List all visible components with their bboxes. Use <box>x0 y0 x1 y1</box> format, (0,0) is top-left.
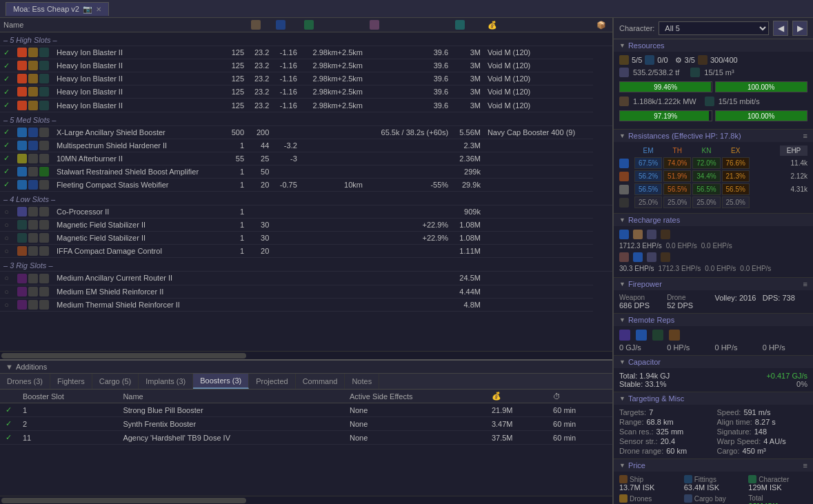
tgt-warp: Warp Speed: 4 AU/s <box>717 437 808 445</box>
table-row[interactable]: ○ Medium EM Shield Reinforcer II 4.44M <box>0 285 612 298</box>
additions-col-price: 💰 <box>486 390 548 403</box>
row-col2: 23.2 <box>248 85 272 99</box>
capacitor-body: Total: 1.94k GJ Stable: 33.1% +0.417 GJ/… <box>614 368 813 392</box>
row-col5 <box>366 272 452 285</box>
row-name: Medium EM Shield Reinforcer II <box>53 285 225 298</box>
additions-row[interactable]: ✓ 1 Strong Blue Pill Booster None 21.9M … <box>0 403 612 417</box>
row-price: 3M <box>452 85 484 99</box>
remote-reps-title[interactable]: ▼ Remote Reps <box>614 314 813 326</box>
remote-reps-section: ▼ Remote Reps 0 GJ/s 0 HP/s 0 HP/s 0 HP <box>614 314 813 356</box>
row-ammo: Void M (120) <box>484 59 593 72</box>
col-price-header: 💰 <box>484 18 593 32</box>
section-header: – 4 Low Slots – <box>0 192 612 205</box>
row-col3 <box>272 285 300 298</box>
capacitor-title[interactable]: ▼ Capacitor <box>614 356 813 368</box>
additions-slot: 2 <box>17 417 117 431</box>
char-prev-btn[interactable]: ◀ <box>773 21 788 36</box>
row-col3: -1.16 <box>272 72 300 85</box>
price-grid: Ship 13.7M ISK Fittings 63.4M ISK <box>619 475 807 504</box>
uni-ex: 25.0% <box>722 196 750 208</box>
table-row[interactable]: ✓ Heavy Ion Blaster II 125 23.2 -1.16 2.… <box>0 85 612 99</box>
row-col5 <box>366 298 452 311</box>
char-next-btn[interactable]: ▶ <box>792 21 807 36</box>
additions-tab[interactable]: Command <box>296 374 345 389</box>
row-col1: 125 <box>225 99 248 112</box>
additions-tab[interactable]: Fighters <box>50 374 92 389</box>
additions-row[interactable]: ✓ 2 Synth Frentix Booster None 3.47M 60 … <box>0 417 612 431</box>
fit-table-area[interactable]: Name <box>0 18 612 351</box>
table-row[interactable]: ✓ Stalwart Restrained Shield Boost Ampli… <box>0 165 612 178</box>
table-row[interactable]: ○ Medium Thermal Shield Reinforcer II 4.… <box>0 298 612 311</box>
price-menu[interactable]: ≡ <box>803 461 807 470</box>
table-row[interactable]: ○ Magnetic Field Stabilizer II 1 30 +22.… <box>0 232 612 245</box>
fp-label: Firepower <box>628 280 662 288</box>
rr-3: 0 HP/s <box>715 343 760 352</box>
pg-usage2: 3/5 <box>685 56 695 64</box>
firepower-title[interactable]: ▼ Firepower ≡ <box>614 278 813 290</box>
row-icons <box>13 99 53 112</box>
table-row[interactable]: ✓ Multispectrum Shield Hardener II 1 44 … <box>0 139 612 152</box>
table-row[interactable]: ✓ X-Large Ancillary Shield Booster 500 2… <box>0 125 612 139</box>
additions-tab[interactable]: Projected <box>249 374 295 389</box>
shield-ex: 76.6% <box>722 157 750 169</box>
table-row[interactable]: ○ Magnetic Field Stabilizer II 1 30 +22.… <box>0 219 612 232</box>
table-row[interactable]: ✓ Heavy Ion Blaster II 125 23.2 -1.16 2.… <box>0 46 612 59</box>
recharge-title[interactable]: ▼ Recharge rates <box>614 214 813 226</box>
additions-tab[interactable]: Implants (3) <box>139 374 193 389</box>
hull-ex: 56.5% <box>722 183 750 195</box>
row-col3: -1.16 <box>272 99 300 112</box>
table-row[interactable]: ○ Medium Ancillary Current Router II 24.… <box>0 272 612 285</box>
row-col2: 25 <box>248 152 272 165</box>
table-row[interactable]: ✓ Heavy Ion Blaster II 125 23.2 -1.16 2.… <box>0 59 612 72</box>
row-price: 4.8M <box>452 298 484 311</box>
row-col2: 50 <box>248 165 272 178</box>
table-row[interactable]: ✓ Heavy Ion Blaster II 125 23.2 -1.16 2.… <box>0 72 612 85</box>
col-range-header <box>366 18 452 32</box>
horizontal-scrollbar[interactable] <box>0 351 612 359</box>
tgt-sensor: Sensor str.: 20.4 <box>619 437 710 445</box>
additions-tab[interactable]: Notes <box>345 374 379 389</box>
additions-price: 3.47M <box>486 417 548 431</box>
table-row[interactable]: ○ Co-Processor II 1 909k <box>0 205 612 219</box>
row-check: ○ <box>0 219 13 232</box>
fp-volley: Volley: 2016 <box>715 294 760 310</box>
res-menu[interactable]: ≡ <box>803 132 807 140</box>
additions-tab[interactable]: Cargo (5) <box>92 374 139 389</box>
row-price: 2.3M <box>452 139 484 152</box>
targeting-body: Targets: 7 Speed: 591 m/s Range: 68.8 km <box>614 405 813 458</box>
tab-close-icon[interactable]: ✕ <box>96 6 101 13</box>
additions-slot: 1 <box>17 403 117 417</box>
row-name: Heavy Ion Blaster II <box>53 99 225 112</box>
additions-tab[interactable]: Drones (3) <box>0 374 50 389</box>
row-col1: 125 <box>225 85 248 99</box>
row-col5: +22.9% <box>366 232 452 245</box>
table-row[interactable]: ✓ Heavy Ion Blaster II 125 23.2 -1.16 2.… <box>0 99 612 112</box>
additions-row[interactable]: ✓ 11 Agency 'Hardshell' TB9 Dose IV None… <box>0 431 612 445</box>
targeting-title[interactable]: ▼ Targeting & Misc <box>614 392 813 405</box>
uni-em: 25.0% <box>634 196 662 208</box>
res-label: Resistances (Effective HP: 17.8k) <box>628 132 741 140</box>
row-price: 1.08M <box>452 232 484 245</box>
row-check: ✓ <box>0 99 13 112</box>
row-col5 <box>366 205 452 219</box>
price-title[interactable]: ▼ Price ≡ <box>614 459 813 472</box>
additions-tab[interactable]: Boosters (3) <box>193 374 249 389</box>
additions-scrollbar[interactable] <box>0 496 612 504</box>
table-row[interactable]: ✓ Fleeting Compact Stasis Webifier 1 20 … <box>0 178 612 191</box>
app-window: Moa: Ess Cheap v2 📷 ✕ Name <box>0 0 813 504</box>
resistances-title[interactable]: ▼ Resistances (Effective HP: 17.8k) ≡ <box>614 130 813 142</box>
additions-name: Synth Frentix Booster <box>117 417 344 431</box>
additions-table-area[interactable]: Booster Slot Name Active Side Effects 💰 … <box>0 390 612 496</box>
additions-time: 60 min <box>548 403 612 417</box>
row-name: X-Large Ancillary Shield Booster <box>53 125 225 139</box>
title-tab[interactable]: Moa: Ess Cheap v2 📷 ✕ <box>6 2 109 16</box>
table-row[interactable]: ○ IFFA Compact Damage Control 1 20 1.11M <box>0 245 612 258</box>
fp-menu[interactable]: ≡ <box>803 280 807 288</box>
table-row[interactable]: ✓ 10MN Afterburner II 55 25 -3 2.36M <box>0 152 612 165</box>
recharge-body: 1712.3 EHP/s 0.0 EHP/s 0.0 EHP/s 30.3 EH… <box>614 226 813 277</box>
res-arrow: ▼ <box>619 132 625 139</box>
resources-title[interactable]: ▼ Resources <box>614 39 813 52</box>
row-icons <box>13 232 53 245</box>
price-fittings: Fittings 63.4M ISK <box>684 475 743 492</box>
char-select[interactable]: All 5 <box>659 21 769 35</box>
